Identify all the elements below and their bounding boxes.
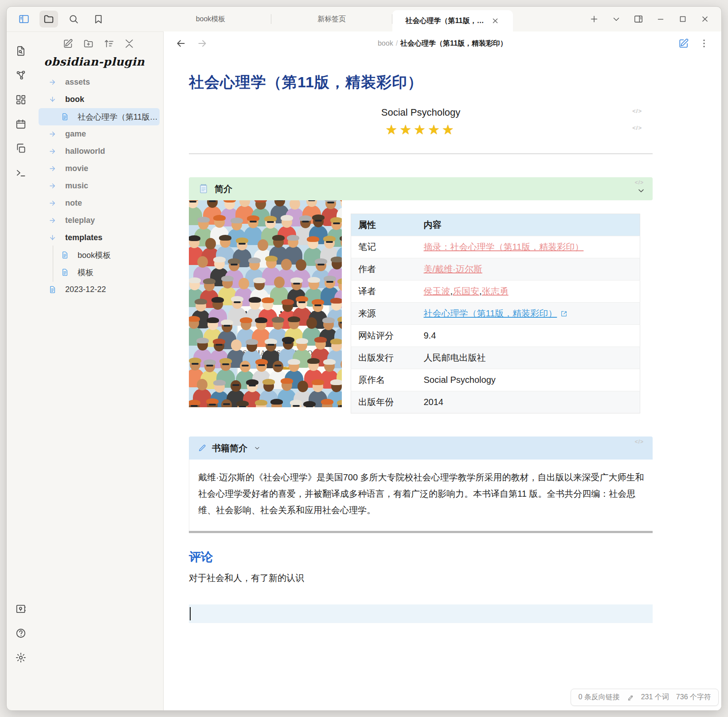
chevron-down-icon[interactable] [611, 14, 621, 24]
file-label: 2023-12-22 [65, 285, 106, 294]
tree-folder-music[interactable]: music [39, 177, 160, 195]
main-pane: book/社会心理学（第11版，精装彩印） 社会心理学（第11版，精装彩印） S… [164, 31, 721, 711]
comment-input-block[interactable] [189, 604, 653, 623]
word-count: 231 个词 [641, 693, 669, 702]
file-doc-icon [57, 265, 73, 280]
table-cell-value: 美/戴维·迈尔斯 [417, 258, 640, 281]
help-icon [15, 627, 27, 639]
layout-icon [15, 94, 27, 105]
tab[interactable]: book模板 [150, 7, 271, 31]
pencil-icon [198, 444, 207, 452]
table-cell-label: 网站评分 [351, 325, 417, 347]
vault-button[interactable] [12, 601, 29, 616]
folder-label: book [65, 95, 84, 104]
tree-folder-halloworld[interactable]: halloworld [39, 143, 160, 160]
more-options-icon[interactable] [698, 38, 710, 49]
collapse-button[interactable] [124, 38, 135, 51]
copy-button[interactable] [12, 141, 29, 156]
folder-label: game [65, 129, 86, 139]
tree-folder-templates[interactable]: templates [39, 229, 160, 246]
folder-button[interactable] [39, 11, 58, 27]
file-search-button[interactable] [12, 43, 29, 58]
table-header: 属性 [351, 214, 417, 236]
table-value-text: 9.4 [424, 331, 436, 340]
tree-file-模板[interactable]: 模板 [39, 264, 160, 281]
main-header: book/社会心理学（第11版，精装彩印） [164, 31, 721, 55]
folder-collapsed-arrow-icon [45, 213, 60, 228]
tree-file-book模板[interactable]: book模板 [39, 246, 160, 264]
graph-button[interactable] [12, 68, 29, 83]
intro-callout-header[interactable]: 简介 </> [189, 177, 653, 200]
table-row: 出版发行人民邮电出版社 [351, 347, 640, 369]
collapse-chevron-icon[interactable] [254, 444, 261, 452]
external-link[interactable]: 社会心理学（第11版，精装彩印） [424, 308, 557, 318]
forward-icon[interactable] [196, 38, 208, 49]
ext-link-icon[interactable] [560, 310, 568, 317]
internal-link[interactable]: 乐国安 [453, 286, 479, 296]
new-folder-button[interactable] [83, 38, 94, 51]
tree-file-社会心理学（第11版，…[interactable]: 社会心理学（第11版，… [39, 108, 160, 125]
table-row: 原作名Social Psychology [351, 369, 640, 391]
calendar-icon [15, 118, 27, 130]
explorer-toolbar [63, 38, 163, 51]
rating-stars[interactable]: ★★★★★ [189, 122, 653, 137]
tree-folder-game[interactable]: game [39, 125, 160, 143]
minimize-icon[interactable] [656, 14, 665, 24]
tree-folder-book[interactable]: book [39, 91, 160, 108]
description-callout-header[interactable]: 书籍简介 </> [189, 436, 653, 460]
code-block-edit-icon[interactable]: </> [632, 108, 642, 114]
titlebar: book模板新标签页社会心理学（第11版，… [7, 7, 721, 31]
table-row: 网站评分9.4 [351, 325, 640, 347]
terminal-button[interactable] [12, 165, 29, 180]
tree-folder-assets[interactable]: assets [39, 74, 160, 91]
backlinks-count[interactable]: 0 条反向链接 [578, 693, 619, 702]
back-icon[interactable] [175, 38, 187, 49]
settings-button[interactable] [12, 650, 29, 665]
tree-folder-movie[interactable]: movie [39, 160, 160, 177]
close-icon[interactable] [491, 16, 500, 25]
table-cell-label: 作者 [351, 258, 417, 281]
calendar-button[interactable] [12, 117, 29, 132]
titlebar-left-tools [15, 11, 108, 27]
sidebar-right-icon[interactable] [634, 14, 643, 24]
tab-label: 社会心理学（第11版，… [406, 16, 484, 26]
plus-icon[interactable] [589, 14, 599, 24]
sort-button[interactable] [103, 38, 114, 51]
file-doc-icon [57, 109, 73, 125]
graph-icon [15, 70, 27, 81]
file-doc-icon [57, 247, 73, 263]
table-value-text: 2014 [424, 397, 444, 407]
folder-label: halloworld [65, 147, 105, 156]
tab[interactable]: 新标签页 [271, 7, 392, 31]
folder-collapsed-arrow-icon [45, 126, 60, 142]
folder-label: note [65, 199, 82, 208]
code-block-edit-icon[interactable]: </> [635, 179, 644, 186]
help-button[interactable] [12, 626, 29, 641]
close-icon[interactable] [700, 14, 710, 24]
new-note-button[interactable] [63, 38, 74, 51]
table-row: 作者美/戴维·迈尔斯 [351, 258, 640, 281]
divider [189, 153, 653, 154]
sidebar-left-button[interactable] [15, 11, 33, 27]
maximize-icon[interactable] [678, 14, 688, 24]
internal-link[interactable]: 侯玉波 [424, 286, 450, 296]
table-row: 笔记摘录：社会心理学（第11版，精装彩印） [351, 236, 640, 258]
code-block-edit-icon[interactable]: </> [632, 125, 642, 131]
intro-callout-title: 简介 [215, 183, 232, 195]
collapse-chevron-icon[interactable] [637, 186, 646, 195]
breadcrumb: book/社会心理学（第11版，精装彩印） [378, 39, 507, 48]
folder-collapsed-arrow-icon [45, 144, 60, 159]
internal-link[interactable]: 张志勇 [482, 286, 509, 296]
breadcrumb-parent[interactable]: book [378, 39, 393, 47]
internal-link[interactable]: 美/戴维·迈尔斯 [424, 264, 482, 274]
tree-folder-teleplay[interactable]: teleplay [39, 212, 160, 229]
bookmark-button[interactable] [89, 11, 108, 27]
search-button[interactable] [64, 11, 83, 27]
tree-file-2023-12-22[interactable]: 2023-12-22 [39, 281, 160, 298]
internal-link[interactable]: 摘录：社会心理学（第11版，精装彩印） [424, 242, 584, 252]
tab-active[interactable]: 社会心理学（第11版，… [392, 10, 513, 31]
code-block-edit-icon[interactable]: </> [635, 439, 644, 445]
layout-button[interactable] [12, 92, 29, 107]
edit-mode-icon[interactable] [678, 38, 689, 49]
tree-folder-note[interactable]: note [39, 195, 160, 212]
